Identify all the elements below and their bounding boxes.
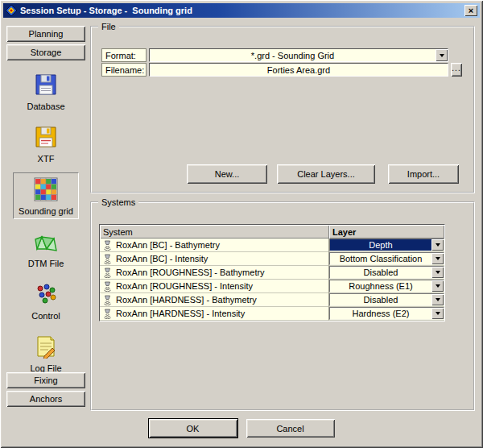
dropdown-arrow-icon[interactable] bbox=[431, 239, 444, 251]
system-name: RoxAnn [ROUGHNESS] - Intensity bbox=[116, 281, 253, 291]
sonar-system-icon bbox=[102, 295, 113, 305]
system-cell: RoxAnn [BC] - Bathymetry bbox=[100, 239, 329, 252]
sonar-system-icon bbox=[102, 268, 113, 278]
file-actions: New... Clear Layers... Import... bbox=[187, 164, 459, 184]
sidebar-item-sounding-grid[interactable]: Sounding grid bbox=[13, 172, 79, 219]
sonar-system-icon bbox=[102, 281, 113, 292]
sidebar-item-label: Sounding grid bbox=[19, 206, 73, 216]
system-name: RoxAnn [HARDNESS] - Intensity bbox=[116, 309, 245, 318]
sidebar: Planning Storage Database bbox=[6, 26, 85, 409]
titlebar[interactable]: Session Setup - Storage - Sounding grid … bbox=[3, 3, 480, 18]
dropdown-arrow-icon[interactable] bbox=[436, 49, 448, 61]
dropdown-arrow-icon[interactable] bbox=[431, 280, 444, 292]
sidebar-item-label: XTF bbox=[38, 154, 55, 164]
close-icon: × bbox=[469, 6, 473, 15]
clear-layers-button[interactable]: Clear Layers... bbox=[277, 164, 375, 184]
dialog-footer: OK Cancel bbox=[0, 419, 483, 438]
sidebar-item-log-file[interactable]: Log File bbox=[13, 330, 79, 372]
layer-combobox[interactable]: Depth bbox=[329, 239, 444, 251]
file-form: Format: *.grd - Sounding Grid Filename: … bbox=[101, 48, 462, 77]
filename-field[interactable]: Forties Area.grd bbox=[149, 63, 448, 77]
log-file-icon bbox=[34, 334, 58, 360]
systems-group-title: Systems bbox=[98, 197, 138, 208]
table-row[interactable]: RoxAnn [ROUGHNESS] - Intensity Roughness… bbox=[100, 280, 444, 293]
layer-cell: Disabled bbox=[329, 266, 444, 280]
floppy-disk-blue-icon bbox=[34, 73, 58, 98]
sounding-grid-icon bbox=[34, 177, 58, 203]
cancel-button[interactable]: Cancel bbox=[246, 419, 335, 438]
layer-combobox[interactable]: Hardness (E2) bbox=[329, 307, 444, 320]
table-header: System Layer bbox=[100, 225, 444, 239]
sidebar-item-control[interactable]: Control bbox=[13, 277, 79, 324]
format-combobox[interactable]: *.grd - Sounding Grid bbox=[149, 48, 448, 62]
table-row[interactable]: RoxAnn [ROUGHNESS] - Bathymetry Disabled bbox=[100, 266, 444, 280]
column-header-layer: Layer bbox=[329, 225, 444, 239]
sidebar-button-fixing[interactable]: Fixing bbox=[6, 372, 85, 388]
system-name: RoxAnn [ROUGHNESS] - Bathymetry bbox=[116, 268, 265, 277]
ok-button[interactable]: OK bbox=[149, 419, 237, 438]
layer-cell: Depth bbox=[329, 239, 444, 252]
filename-value: Forties Area.grd bbox=[150, 64, 448, 76]
control-icon bbox=[34, 282, 58, 308]
sonar-system-icon bbox=[102, 254, 113, 264]
dtm-mesh-icon bbox=[34, 230, 58, 255]
close-button[interactable]: × bbox=[464, 5, 477, 16]
layer-combobox[interactable]: Roughness (E1) bbox=[329, 280, 444, 292]
layer-cell: Roughness (E1) bbox=[329, 280, 444, 293]
app-icon bbox=[6, 5, 17, 16]
dropdown-arrow-icon[interactable] bbox=[431, 308, 444, 319]
sidebar-icon-list: Database XTF bbox=[6, 63, 85, 372]
filename-label: Filename: bbox=[101, 63, 147, 77]
system-cell: RoxAnn [ROUGHNESS] - Bathymetry bbox=[100, 266, 329, 280]
table-row[interactable]: RoxAnn [BC] - Intensity Bottom Classific… bbox=[100, 252, 444, 266]
layer-combobox[interactable]: Bottom Classification bbox=[329, 252, 444, 265]
window-title: Session Setup - Storage - Sounding grid bbox=[20, 6, 464, 15]
dropdown-arrow-icon[interactable] bbox=[431, 253, 444, 264]
layer-combobox[interactable]: Disabled bbox=[329, 266, 444, 279]
sonar-system-icon bbox=[102, 309, 113, 319]
session-setup-dialog: Session Setup - Storage - Sounding grid … bbox=[0, 0, 483, 448]
layer-value: Bottom Classification bbox=[330, 253, 431, 264]
sidebar-button-storage[interactable]: Storage bbox=[6, 44, 85, 60]
layer-cell: Hardness (E2) bbox=[329, 307, 444, 321]
system-cell: RoxAnn [BC] - Intensity bbox=[100, 252, 329, 266]
sidebar-item-label: DTM File bbox=[28, 259, 64, 268]
file-group: File Format: *.grd - Sounding Grid Filen… bbox=[90, 26, 475, 193]
system-name: RoxAnn [BC] - Bathymetry bbox=[116, 240, 220, 250]
layer-cell: Bottom Classification bbox=[329, 252, 444, 266]
table-row[interactable]: RoxAnn [BC] - Bathymetry Depth bbox=[100, 239, 444, 252]
sidebar-item-label: Log File bbox=[30, 363, 61, 372]
sidebar-button-anchors[interactable]: Anchors bbox=[6, 391, 85, 407]
system-cell: RoxAnn [ROUGHNESS] - Intensity bbox=[100, 280, 329, 293]
system-name: RoxAnn [BC] - Intensity bbox=[116, 254, 208, 263]
sidebar-item-dtm-file[interactable]: DTM File bbox=[13, 225, 79, 272]
system-cell: RoxAnn [HARDNESS] - Intensity bbox=[100, 307, 329, 321]
format-label: Format: bbox=[101, 48, 147, 62]
systems-group: Systems System Layer RoxAnn [BC] - Bathy… bbox=[90, 201, 475, 411]
new-button[interactable]: New... bbox=[187, 164, 267, 184]
sidebar-item-label: Control bbox=[31, 311, 60, 321]
layer-value: Disabled bbox=[330, 267, 431, 278]
layer-value: Hardness (E2) bbox=[330, 308, 431, 319]
layer-value: Depth bbox=[330, 239, 431, 251]
table-row[interactable]: RoxAnn [HARDNESS] - Bathymetry Disabled bbox=[100, 293, 444, 307]
column-header-system: System bbox=[100, 225, 329, 239]
layer-cell: Disabled bbox=[329, 293, 444, 307]
sidebar-item-database[interactable]: Database bbox=[13, 68, 79, 114]
system-name: RoxAnn [HARDNESS] - Bathymetry bbox=[116, 295, 257, 305]
browse-button[interactable]: ... bbox=[451, 63, 462, 77]
sidebar-item-xtf[interactable]: XTF bbox=[13, 120, 79, 167]
layer-combobox[interactable]: Disabled bbox=[329, 293, 444, 306]
layer-value: Roughness (E1) bbox=[330, 280, 431, 292]
floppy-disk-yellow-icon bbox=[34, 125, 58, 151]
table-row[interactable]: RoxAnn [HARDNESS] - Intensity Hardness (… bbox=[100, 307, 444, 321]
dropdown-arrow-icon[interactable] bbox=[431, 267, 444, 278]
sidebar-button-planning[interactable]: Planning bbox=[6, 26, 85, 42]
sidebar-item-label: Database bbox=[27, 102, 64, 111]
system-cell: RoxAnn [HARDNESS] - Bathymetry bbox=[100, 293, 329, 307]
systems-table: System Layer RoxAnn [BC] - Bathymetry De… bbox=[99, 224, 445, 321]
layer-value: Disabled bbox=[330, 294, 431, 305]
main-panel: File Format: *.grd - Sounding Grid Filen… bbox=[90, 26, 475, 411]
dropdown-arrow-icon[interactable] bbox=[431, 294, 444, 305]
import-button[interactable]: Import... bbox=[388, 164, 459, 184]
